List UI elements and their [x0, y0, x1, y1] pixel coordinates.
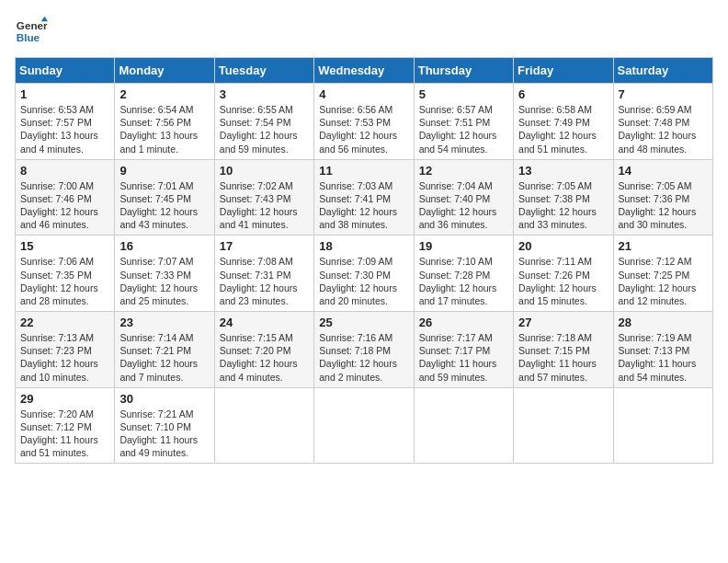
- calendar-cell: 2Sunrise: 6:54 AM Sunset: 7:56 PM Daylig…: [115, 84, 214, 160]
- calendar-cell: 1Sunrise: 6:53 AM Sunset: 7:57 PM Daylig…: [16, 84, 115, 160]
- calendar-cell: 8Sunrise: 7:00 AM Sunset: 7:46 PM Daylig…: [16, 159, 115, 236]
- day-info: Sunrise: 6:54 AM Sunset: 7:56 PM Dayligh…: [119, 103, 209, 155]
- day-info: Sunrise: 7:19 AM Sunset: 7:13 PM Dayligh…: [619, 331, 708, 384]
- calendar-cell: [514, 387, 613, 464]
- days-of-week-row: SundayMondayTuesdayWednesdayThursdayFrid…: [16, 58, 713, 84]
- calendar-cell: [414, 387, 513, 464]
- dow-header: Saturday: [613, 58, 712, 84]
- day-number: 14: [619, 164, 708, 178]
- calendar-cell: 18Sunrise: 7:09 AM Sunset: 7:30 PM Dayli…: [314, 236, 414, 312]
- calendar-cell: 24Sunrise: 7:15 AM Sunset: 7:20 PM Dayli…: [214, 312, 313, 388]
- day-info: Sunrise: 6:58 AM Sunset: 7:49 PM Dayligh…: [518, 103, 608, 155]
- dow-header: Thursday: [414, 58, 513, 84]
- svg-text:Blue: Blue: [17, 31, 40, 43]
- day-number: 3: [220, 87, 309, 101]
- day-info: Sunrise: 7:04 AM Sunset: 7:40 PM Dayligh…: [419, 179, 508, 232]
- logo: General Blue: [15, 15, 48, 48]
- day-info: Sunrise: 7:01 AM Sunset: 7:45 PM Dayligh…: [119, 179, 209, 232]
- calendar-cell: 14Sunrise: 7:05 AM Sunset: 7:36 PM Dayli…: [613, 159, 712, 236]
- calendar-cell: 30Sunrise: 7:21 AM Sunset: 7:10 PM Dayli…: [115, 387, 214, 464]
- day-info: Sunrise: 7:21 AM Sunset: 7:10 PM Dayligh…: [119, 408, 209, 460]
- day-number: 22: [20, 316, 109, 329]
- calendar-cell: 11Sunrise: 7:03 AM Sunset: 7:41 PM Dayli…: [314, 159, 414, 236]
- calendar-body: 1Sunrise: 6:53 AM Sunset: 7:57 PM Daylig…: [16, 84, 713, 464]
- day-info: Sunrise: 7:03 AM Sunset: 7:41 PM Dayligh…: [319, 179, 408, 232]
- day-info: Sunrise: 6:55 AM Sunset: 7:54 PM Dayligh…: [220, 103, 309, 155]
- dow-header: Monday: [115, 58, 214, 84]
- calendar-cell: 27Sunrise: 7:18 AM Sunset: 7:15 PM Dayli…: [514, 312, 613, 388]
- calendar-cell: 28Sunrise: 7:19 AM Sunset: 7:13 PM Dayli…: [613, 312, 712, 388]
- day-info: Sunrise: 7:15 AM Sunset: 7:20 PM Dayligh…: [220, 331, 309, 384]
- calendar-cell: 3Sunrise: 6:55 AM Sunset: 7:54 PM Daylig…: [214, 84, 313, 160]
- day-number: 27: [518, 316, 608, 329]
- calendar-cell: 23Sunrise: 7:14 AM Sunset: 7:21 PM Dayli…: [115, 312, 214, 388]
- dow-header: Friday: [514, 58, 613, 84]
- calendar-cell: 10Sunrise: 7:02 AM Sunset: 7:43 PM Dayli…: [214, 159, 313, 236]
- calendar-cell: 5Sunrise: 6:57 AM Sunset: 7:51 PM Daylig…: [414, 84, 513, 160]
- day-info: Sunrise: 7:17 AM Sunset: 7:17 PM Dayligh…: [419, 331, 508, 384]
- day-info: Sunrise: 7:12 AM Sunset: 7:25 PM Dayligh…: [619, 255, 708, 307]
- calendar-cell: 17Sunrise: 7:08 AM Sunset: 7:31 PM Dayli…: [214, 236, 313, 312]
- day-info: Sunrise: 7:14 AM Sunset: 7:21 PM Dayligh…: [119, 331, 209, 384]
- day-info: Sunrise: 7:07 AM Sunset: 7:33 PM Dayligh…: [119, 255, 209, 307]
- calendar-cell: 12Sunrise: 7:04 AM Sunset: 7:40 PM Dayli…: [414, 159, 513, 236]
- day-info: Sunrise: 7:06 AM Sunset: 7:35 PM Dayligh…: [20, 255, 109, 307]
- day-number: 17: [220, 239, 309, 253]
- calendar-cell: 16Sunrise: 7:07 AM Sunset: 7:33 PM Dayli…: [115, 236, 214, 312]
- calendar-cell: 25Sunrise: 7:16 AM Sunset: 7:18 PM Dayli…: [314, 312, 414, 388]
- day-info: Sunrise: 7:13 AM Sunset: 7:23 PM Dayligh…: [20, 331, 109, 384]
- day-number: 4: [319, 87, 408, 101]
- calendar-week-row: 15Sunrise: 7:06 AM Sunset: 7:35 PM Dayli…: [16, 236, 713, 312]
- day-number: 12: [419, 164, 508, 178]
- calendar-cell: 13Sunrise: 7:05 AM Sunset: 7:38 PM Dayli…: [514, 159, 613, 236]
- calendar-cell: 29Sunrise: 7:20 AM Sunset: 7:12 PM Dayli…: [16, 387, 115, 464]
- day-info: Sunrise: 6:59 AM Sunset: 7:48 PM Dayligh…: [619, 103, 708, 155]
- calendar-cell: 20Sunrise: 7:11 AM Sunset: 7:26 PM Dayli…: [514, 236, 613, 312]
- day-number: 8: [20, 164, 109, 178]
- day-number: 5: [419, 87, 508, 101]
- calendar-cell: 4Sunrise: 6:56 AM Sunset: 7:53 PM Daylig…: [314, 84, 414, 160]
- day-number: 13: [518, 164, 608, 178]
- dow-header: Tuesday: [214, 58, 313, 84]
- day-info: Sunrise: 7:10 AM Sunset: 7:28 PM Dayligh…: [419, 255, 508, 307]
- day-info: Sunrise: 7:16 AM Sunset: 7:18 PM Dayligh…: [319, 331, 408, 384]
- day-number: 7: [619, 87, 708, 101]
- calendar-cell: 22Sunrise: 7:13 AM Sunset: 7:23 PM Dayli…: [16, 312, 115, 388]
- day-number: 19: [419, 239, 508, 253]
- dow-header: Wednesday: [314, 58, 414, 84]
- calendar-cell: [214, 387, 313, 464]
- calendar-cell: 6Sunrise: 6:58 AM Sunset: 7:49 PM Daylig…: [514, 84, 613, 160]
- day-number: 9: [119, 164, 209, 178]
- day-info: Sunrise: 7:11 AM Sunset: 7:26 PM Dayligh…: [518, 255, 608, 307]
- day-number: 18: [319, 239, 408, 253]
- calendar-week-row: 29Sunrise: 7:20 AM Sunset: 7:12 PM Dayli…: [16, 387, 713, 464]
- day-number: 21: [619, 239, 708, 253]
- logo-icon: General Blue: [15, 15, 48, 48]
- day-info: Sunrise: 6:53 AM Sunset: 7:57 PM Dayligh…: [20, 103, 109, 155]
- page-header: General Blue: [15, 15, 713, 48]
- calendar-cell: 15Sunrise: 7:06 AM Sunset: 7:35 PM Dayli…: [16, 236, 115, 312]
- day-info: Sunrise: 7:08 AM Sunset: 7:31 PM Dayligh…: [220, 255, 309, 307]
- day-number: 28: [619, 316, 708, 329]
- day-number: 15: [20, 239, 109, 253]
- day-info: Sunrise: 7:00 AM Sunset: 7:46 PM Dayligh…: [20, 179, 109, 232]
- calendar-cell: 9Sunrise: 7:01 AM Sunset: 7:45 PM Daylig…: [115, 159, 214, 236]
- calendar-table: SundayMondayTuesdayWednesdayThursdayFrid…: [15, 57, 713, 464]
- dow-header: Sunday: [16, 58, 115, 84]
- day-info: Sunrise: 7:09 AM Sunset: 7:30 PM Dayligh…: [319, 255, 408, 307]
- calendar-cell: 26Sunrise: 7:17 AM Sunset: 7:17 PM Dayli…: [414, 312, 513, 388]
- day-number: 2: [119, 87, 209, 101]
- day-number: 25: [319, 316, 408, 329]
- calendar-week-row: 22Sunrise: 7:13 AM Sunset: 7:23 PM Dayli…: [16, 312, 713, 388]
- calendar-cell: 7Sunrise: 6:59 AM Sunset: 7:48 PM Daylig…: [613, 84, 712, 160]
- day-info: Sunrise: 7:20 AM Sunset: 7:12 PM Dayligh…: [20, 408, 109, 460]
- day-number: 1: [20, 87, 109, 101]
- day-number: 26: [419, 316, 508, 329]
- calendar-cell: [314, 387, 414, 464]
- day-number: 10: [220, 164, 309, 178]
- day-number: 6: [518, 87, 608, 101]
- day-number: 30: [119, 392, 209, 406]
- day-info: Sunrise: 7:02 AM Sunset: 7:43 PM Dayligh…: [220, 179, 309, 232]
- day-info: Sunrise: 6:56 AM Sunset: 7:53 PM Dayligh…: [319, 103, 408, 155]
- calendar-cell: 19Sunrise: 7:10 AM Sunset: 7:28 PM Dayli…: [414, 236, 513, 312]
